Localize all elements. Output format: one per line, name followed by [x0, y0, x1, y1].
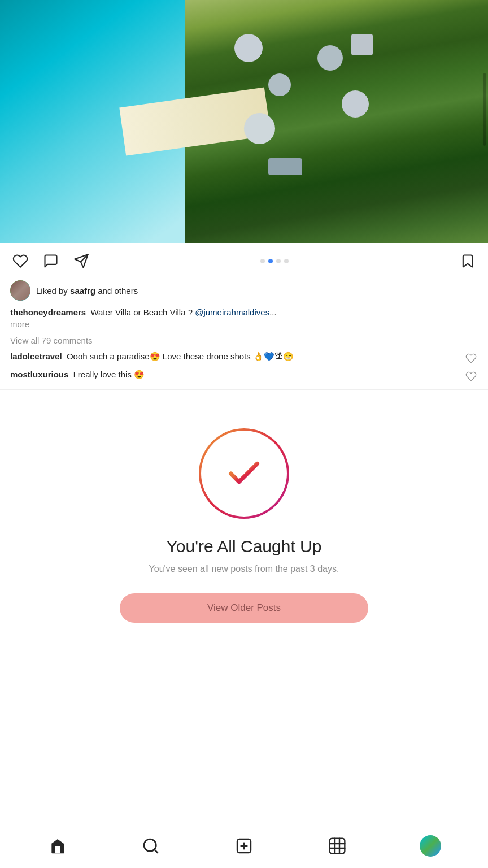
nav-reels[interactable] [320, 829, 354, 863]
caught-up-section: You're All Caught Up You've seen all new… [0, 394, 488, 645]
like-button[interactable] [10, 251, 30, 271]
view-older-posts-button[interactable]: View Older Posts [120, 593, 368, 623]
comment-row: ladolcetravel Oooh such a paradise😍 Love… [0, 349, 488, 367]
caught-up-title: You're All Caught Up [167, 537, 322, 556]
reels-icon [328, 837, 346, 855]
dot-4 [284, 259, 289, 263]
bookmark-button[interactable] [457, 251, 478, 271]
liked-by-suffix: and others [95, 286, 138, 296]
post-image [0, 0, 488, 243]
separator [0, 389, 488, 390]
left-action-icons [10, 251, 91, 271]
comment-row: mostluxurious I really love this 😍 [0, 367, 488, 385]
liker-username[interactable]: saafrg [70, 286, 95, 296]
nav-search[interactable] [134, 829, 168, 863]
caught-up-subtitle: You've seen all new posts from the past … [149, 563, 339, 575]
likes-text: Liked by saafrg and others [36, 286, 138, 296]
svg-rect-7 [329, 838, 345, 853]
comment-content-2: I really love this 😍 [73, 370, 145, 379]
search-icon [142, 837, 160, 855]
dot-3 [276, 259, 281, 263]
view-all-comments[interactable]: View all 79 comments [0, 333, 488, 349]
comment-text: mostluxurious I really love this 😍 [10, 368, 464, 380]
nav-home[interactable] [41, 829, 75, 863]
comment-like-button-2[interactable] [464, 370, 478, 383]
bottom-navigation [0, 823, 488, 868]
checkmark-circle [199, 428, 289, 519]
comment-content-1: Oooh such a paradise😍 Love these drone s… [67, 351, 294, 361]
caption-mention[interactable]: @jumeirahmal​dives [195, 307, 269, 317]
profile-avatar [420, 835, 441, 857]
create-icon [235, 837, 253, 855]
caption-more[interactable]: more [10, 319, 29, 329]
post-caption: thehoneydreamers Water Villa or Beach Vi… [0, 305, 488, 333]
nav-create[interactable] [227, 829, 261, 863]
comment-text: ladolcetravel Oooh such a paradise😍 Love… [10, 350, 464, 362]
comment-button[interactable] [41, 251, 61, 271]
commenter-username-1[interactable]: ladolcetravel [10, 351, 62, 361]
dot-1 [260, 259, 265, 263]
share-button[interactable] [71, 251, 91, 271]
caption-text: Water Villa or Beach Villa ? [88, 307, 195, 317]
carousel-dots [91, 259, 457, 263]
home-icon [49, 837, 67, 855]
action-bar [0, 243, 488, 279]
comment-like-button-1[interactable] [464, 351, 478, 365]
nav-profile[interactable] [413, 829, 447, 863]
post-author-username[interactable]: thehoneydreamers [10, 307, 86, 317]
liked-by-prefix: Liked by [36, 286, 70, 296]
svg-line-3 [154, 849, 158, 853]
liker-avatar [10, 280, 30, 301]
commenter-username-2[interactable]: mostluxurious [10, 370, 68, 379]
checkmark-icon [224, 454, 264, 493]
caption-ellipsis: ... [269, 307, 277, 317]
dot-2 [268, 259, 273, 263]
likes-section: Liked by saafrg and others [0, 279, 488, 305]
